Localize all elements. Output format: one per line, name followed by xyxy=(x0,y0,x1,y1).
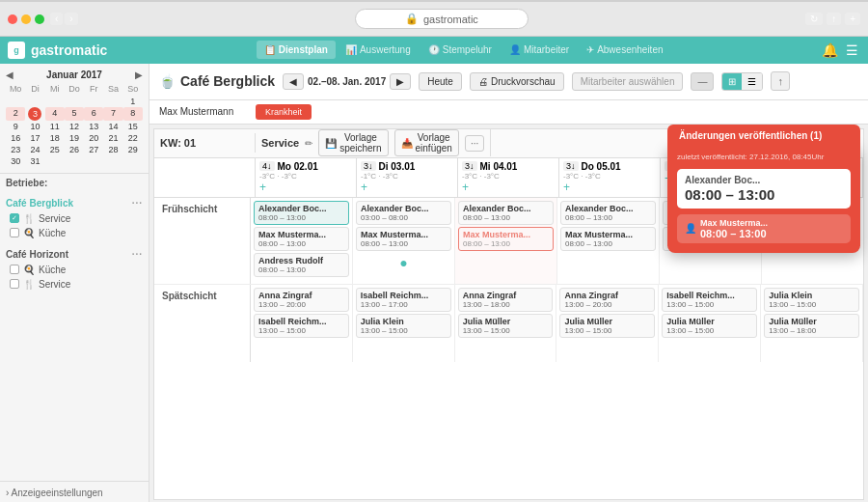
tab-stempeluhr[interactable]: 🕐 Stempeluhr xyxy=(420,41,500,59)
cal-day[interactable] xyxy=(45,96,65,107)
cal-day-12[interactable]: 12 xyxy=(65,121,84,132)
cal-day-17[interactable]: 17 xyxy=(25,132,44,144)
cal-next[interactable]: ▶ xyxy=(135,70,143,80)
emp-card[interactable]: Anna Zingraf 13:00 – 20:00 xyxy=(254,288,349,312)
emp-card[interactable]: Anna Zingraf 13:00 – 18:00 xyxy=(458,288,554,312)
kuche-checkbox[interactable] xyxy=(10,228,19,237)
cal-day-5[interactable]: 5 xyxy=(65,107,84,121)
today-btn[interactable]: Heute xyxy=(419,72,462,91)
url-bar[interactable]: gastromatic xyxy=(423,14,478,25)
cal-day-10[interactable]: 10 xyxy=(25,121,44,132)
cal-day[interactable] xyxy=(103,96,122,107)
bell-icon[interactable]: 🔔 xyxy=(820,41,840,60)
horizont-service-checkbox[interactable] xyxy=(10,279,19,289)
add-mi-icon[interactable]: + xyxy=(462,181,469,194)
cal-day-30[interactable]: 30 xyxy=(6,155,25,167)
emp-card[interactable]: Isabell Reichm... 13:00 – 15:00 xyxy=(662,288,757,312)
cal-day-8[interactable]: 8 xyxy=(123,107,143,121)
cal-day-21[interactable]: 21 xyxy=(103,132,122,144)
emp-card[interactable]: Julia Müller 13:00 – 18:00 xyxy=(764,314,859,338)
cal-day-1[interactable]: 1 xyxy=(123,96,143,107)
share-btn[interactable]: ↑ xyxy=(827,13,841,25)
emp-card[interactable]: Andress Rudolf 08:00 – 13:00 xyxy=(254,253,349,277)
cal-day-18[interactable]: 18 xyxy=(45,132,65,144)
display-settings[interactable]: › Anzeigeeinstellungen xyxy=(0,481,149,502)
emp-card[interactable]: Julia Klein 13:00 – 15:00 xyxy=(764,288,859,312)
browser-back[interactable]: ‹ xyxy=(50,13,63,25)
emp-card[interactable]: Isabell Reichm... 13:00 – 15:00 xyxy=(254,314,349,338)
tab-auswertung[interactable]: 📊 Auswertung xyxy=(338,41,419,59)
emp-card[interactable]: Julia Müller 13:00 – 15:00 xyxy=(559,314,655,338)
insert-vorlage-btn[interactable]: 📥 Vorlage einfügen xyxy=(394,129,459,156)
add-mo-icon[interactable]: + xyxy=(259,181,266,194)
cal-day-4[interactable]: 4 xyxy=(45,107,65,121)
cal-day-3[interactable]: 3 xyxy=(28,107,41,121)
cal-day-9[interactable]: 9 xyxy=(6,121,25,132)
cal-prev[interactable]: ◀ xyxy=(6,70,14,80)
cal-day[interactable] xyxy=(84,96,103,107)
cal-day-19[interactable]: 19 xyxy=(65,132,84,144)
print-btn[interactable]: 🖨 Druckvorschau xyxy=(470,72,564,91)
add-di-icon[interactable]: + xyxy=(361,181,367,194)
add-emp-dot[interactable]: ● xyxy=(356,253,451,272)
publish-btn[interactable]: Änderungen veröffentlichen (1) xyxy=(667,125,860,147)
emp-card[interactable]: Julia Klein 13:00 – 15:00 xyxy=(356,314,451,338)
list-view-btn[interactable]: ☰ xyxy=(742,73,762,90)
emp-card[interactable]: Julia Müller 13:00 – 15:00 xyxy=(458,314,554,338)
sidebar-item-horizont-service[interactable]: 🍴 Service xyxy=(0,277,149,292)
tab-mitarbeiter[interactable]: 👤 Mitarbeiter xyxy=(502,41,577,59)
cal-day-7[interactable]: 7 xyxy=(103,107,122,121)
minimize-btn[interactable] xyxy=(21,14,31,24)
browser-forward[interactable]: › xyxy=(65,13,77,25)
emp-card[interactable]: Isabell Reichm... 13:00 – 17:00 xyxy=(356,288,451,312)
cal-day-29[interactable]: 29 xyxy=(123,144,143,155)
maximize-btn[interactable] xyxy=(35,14,44,24)
group-bergblick-more[interactable]: ··· xyxy=(132,198,143,209)
emp-card[interactable]: Anna Zingraf 13:00 – 20:00 xyxy=(559,288,655,312)
tab-abwesenheiten[interactable]: ✈ Abwesenheiten xyxy=(579,41,670,59)
toolbar-more-btn[interactable]: ··· xyxy=(465,135,484,152)
cal-day[interactable] xyxy=(65,96,84,107)
cal-day-31[interactable]: 31 xyxy=(25,155,44,167)
grid-view-btn[interactable]: ⊞ xyxy=(722,73,742,90)
publish-emp2-card[interactable]: 👤 Max Musterma... 08:00 – 13:00 xyxy=(677,214,851,243)
add-do-icon[interactable]: + xyxy=(563,181,570,194)
sidebar-item-horizont-kuche[interactable]: 🍳 Küche xyxy=(0,263,149,277)
emp-card[interactable]: Max Musterma... 08:00 – 13:00 xyxy=(254,227,349,251)
export-btn[interactable]: ↑ xyxy=(771,71,790,91)
cal-day-27[interactable]: 27 xyxy=(84,144,103,155)
cal-day-11[interactable]: 11 xyxy=(45,121,65,132)
cal-day-24[interactable]: 24 xyxy=(25,144,44,155)
publish-emp1-card[interactable]: Alexander Boc... 08:00 – 13:00 xyxy=(677,169,851,209)
horizont-kuche-checkbox[interactable] xyxy=(10,265,19,274)
emp-card[interactable]: Max Musterma... 08:00 – 13:00 xyxy=(356,227,451,251)
save-vorlage-btn[interactable]: 💾 Vorlage speichern xyxy=(318,129,388,156)
cal-day-20[interactable]: 20 xyxy=(84,132,103,144)
group-horizont-more[interactable]: ··· xyxy=(132,249,143,260)
emp-card[interactable]: Alexander Boc... 08:00 – 13:00 xyxy=(458,201,554,225)
cal-day-23[interactable]: 23 xyxy=(6,144,25,155)
tab-dienstplan[interactable]: 📋 Dienstplan xyxy=(257,41,336,59)
emp-card[interactable]: Alexander Boc... 03:00 – 08:00 xyxy=(356,201,451,225)
separator-btn[interactable]: — xyxy=(691,72,714,91)
edit-icon[interactable]: ✏ xyxy=(305,138,312,149)
cal-day-26[interactable]: 26 xyxy=(65,144,84,155)
sidebar-item-bergblick-kuche[interactable]: 🍳 Küche xyxy=(0,226,149,240)
cal-day[interactable] xyxy=(6,96,25,107)
emp-card-sick[interactable]: Max Musterma... 08:00 – 13:00 xyxy=(458,227,554,251)
sidebar-item-bergblick-service[interactable]: ✓ 🍴 Service xyxy=(0,211,149,226)
cal-day-14[interactable]: 14 xyxy=(103,121,122,132)
close-btn[interactable] xyxy=(8,14,17,24)
service-checkbox[interactable]: ✓ xyxy=(10,213,19,223)
emp-card[interactable]: Alexander Boc... 08:00 – 13:00 xyxy=(254,201,349,225)
cal-day-22[interactable]: 22 xyxy=(123,132,143,144)
cal-day-13[interactable]: 13 xyxy=(84,121,103,132)
new-tab-btn[interactable]: + xyxy=(845,13,860,25)
emp-card[interactable]: Max Musterma... 08:00 – 13:00 xyxy=(560,227,656,251)
cal-day-15[interactable]: 15 xyxy=(123,121,143,132)
group-bergblick-header[interactable]: Café Bergblick ··· xyxy=(0,195,149,211)
mitarbeiter-select[interactable]: Mitarbeiter auswählen xyxy=(572,72,684,91)
date-next-btn[interactable]: ▶ xyxy=(390,73,411,90)
emp-card[interactable]: Alexander Boc... 08:00 – 13:00 xyxy=(560,201,656,225)
cal-day-16[interactable]: 16 xyxy=(6,132,25,144)
